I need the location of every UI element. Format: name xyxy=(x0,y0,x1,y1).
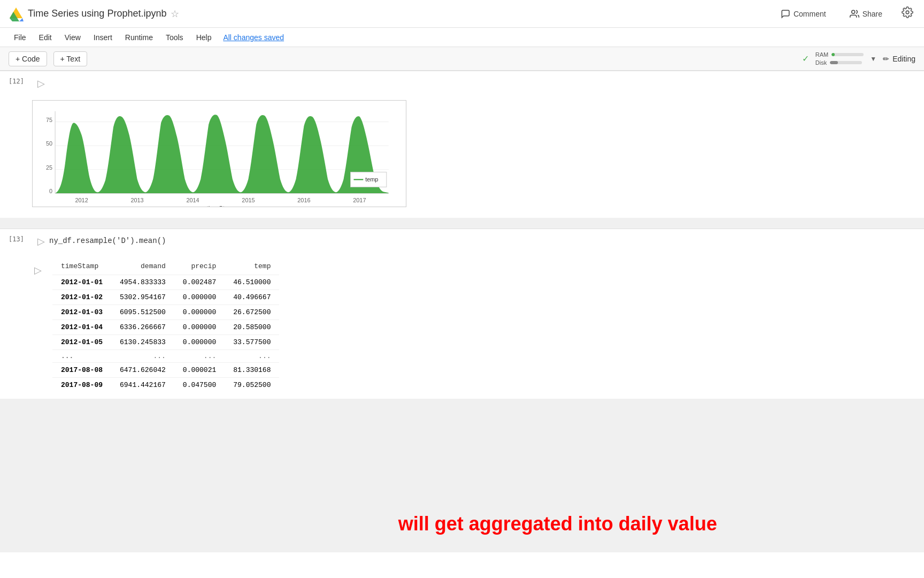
table-row: 2012-01-046336.2666670.00000020.585000 xyxy=(52,320,279,335)
menu-help[interactable]: Help xyxy=(191,31,217,44)
svg-text:2012: 2012 xyxy=(75,197,88,203)
row-cell: 6130.245833 xyxy=(111,335,174,350)
svg-text:0: 0 xyxy=(49,188,52,194)
star-icon[interactable]: ☆ xyxy=(171,8,179,20)
row-index: 2012-01-01 xyxy=(52,275,111,290)
settings-icon xyxy=(902,6,913,18)
top-bar: Time Series using Prophet.ipynb ☆ Commen… xyxy=(0,0,924,28)
menu-view[interactable]: View xyxy=(59,31,86,44)
add-code-label: + Code xyxy=(16,55,40,63)
notebook-content: [12] ▷ 0 25 50 75 2012 2013 xyxy=(0,71,924,552)
save-status: All changes saved xyxy=(223,33,284,42)
table-row: 2017-08-096941.4421670.04750079.052500 xyxy=(52,378,279,393)
row-cell: 4954.833333 xyxy=(111,275,174,290)
comment-button[interactable]: Comment xyxy=(774,6,833,22)
cell-run-button-13[interactable]: ▷ xyxy=(35,233,47,249)
cell-number-12: [12] xyxy=(9,75,35,85)
settings-button[interactable] xyxy=(899,4,915,23)
code-cell-13: [13] ▷ ny_df.resample('D').mean() xyxy=(0,229,924,254)
share-label: Share xyxy=(863,10,882,18)
menu-file[interactable]: File xyxy=(9,31,32,44)
add-code-button[interactable]: + Code xyxy=(9,51,47,66)
svg-text:50: 50 xyxy=(46,140,52,147)
row-cell: 6095.512500 xyxy=(111,305,174,320)
row-cell: 0.000000 xyxy=(174,335,225,350)
add-text-button[interactable]: + Text xyxy=(53,51,88,66)
row-cell: 26.672500 xyxy=(225,305,279,320)
cell-gap-1 xyxy=(0,218,924,229)
index-header: timeStamp xyxy=(52,260,111,275)
svg-text:2015: 2015 xyxy=(242,197,255,203)
menu-bar: File Edit View Insert Runtime Tools Help… xyxy=(0,28,924,47)
top-actions: Comment Share xyxy=(774,4,915,23)
cell-number-13: [13] xyxy=(9,233,35,243)
row-index: 2012-01-05 xyxy=(52,335,111,350)
row-cell: 0.000000 xyxy=(174,290,225,305)
ram-row: RAM xyxy=(815,51,864,58)
row-cell: ... xyxy=(225,350,279,363)
cell-run-button-12[interactable]: ▷ xyxy=(35,75,47,92)
row-cell: 6336.266667 xyxy=(111,320,174,335)
ram-bar xyxy=(831,53,864,56)
drive-icon xyxy=(9,6,24,21)
row-cell: 6471.626042 xyxy=(111,363,174,378)
svg-point-4 xyxy=(906,11,909,14)
col-header-demand: demand xyxy=(111,260,174,275)
menu-runtime[interactable]: Runtime xyxy=(120,31,158,44)
menu-insert[interactable]: Insert xyxy=(88,31,118,44)
editing-area: ✏ Editing xyxy=(883,55,915,63)
row-index: ... xyxy=(52,350,111,363)
disk-bar xyxy=(830,61,862,64)
row-index: 2012-01-04 xyxy=(52,320,111,335)
row-cell: 20.585000 xyxy=(225,320,279,335)
row-cell: 0.000021 xyxy=(174,363,225,378)
code-cell-content-13[interactable]: ny_df.resample('D').mean() xyxy=(49,233,915,248)
row-cell: 0.000000 xyxy=(174,305,225,320)
add-text-label: + Text xyxy=(60,55,81,63)
menu-edit[interactable]: Edit xyxy=(34,31,57,44)
svg-text:75: 75 xyxy=(46,117,52,123)
table-row: 2012-01-014954.8333330.00248746.510000 xyxy=(52,275,279,290)
svg-marker-2 xyxy=(19,18,24,21)
table-row: 2012-01-036095.5125000.00000026.672500 xyxy=(52,305,279,320)
share-icon xyxy=(850,9,859,19)
editing-label-text: Editing xyxy=(892,55,915,63)
col-header-precip: precip xyxy=(174,260,225,275)
svg-text:2013: 2013 xyxy=(130,197,143,203)
ram-label: RAM xyxy=(815,51,828,58)
row-cell: 33.577500 xyxy=(225,335,279,350)
svg-point-3 xyxy=(851,10,854,13)
svg-text:2017: 2017 xyxy=(353,197,366,203)
row-cell: 0.000000 xyxy=(174,320,225,335)
dropdown-arrow-icon[interactable]: ▼ xyxy=(870,55,876,63)
row-index: 2017-08-09 xyxy=(52,378,111,393)
table-body: 2012-01-014954.8333330.00248746.51000020… xyxy=(52,275,279,393)
row-index: 2012-01-03 xyxy=(52,305,111,320)
share-button[interactable]: Share xyxy=(843,6,889,22)
checkmark-icon: ✓ xyxy=(802,54,809,64)
col-header-temp: temp xyxy=(225,260,279,275)
code-cell-13-inner: [13] ▷ ny_df.resample('D').mean() xyxy=(0,229,924,254)
svg-text:timeStamp: timeStamp xyxy=(207,205,237,207)
table-row: 2012-01-056130.2458330.00000033.577500 xyxy=(52,335,279,350)
output-inner: ▷ timeStamp demand precip temp 2012-01-0… xyxy=(32,260,915,392)
chart-cell: [12] ▷ 0 25 50 75 2012 2013 xyxy=(0,71,924,218)
row-cell: 81.330168 xyxy=(225,363,279,378)
svg-text:25: 25 xyxy=(46,164,52,171)
pencil-icon: ✏ xyxy=(883,55,889,63)
toolbar-right: ✓ RAM Disk ▼ ✏ Editing xyxy=(802,51,915,66)
svg-text:2016: 2016 xyxy=(297,197,310,203)
table-row: 2012-01-025302.9541670.00000040.496667 xyxy=(52,290,279,305)
ram-bar-fill xyxy=(831,53,835,56)
row-index: 2012-01-02 xyxy=(52,290,111,305)
row-cell: ... xyxy=(111,350,174,363)
table-row: 2017-08-086471.6260420.00002181.330168 xyxy=(52,363,279,378)
chart-cell-inner: [12] ▷ xyxy=(0,71,924,96)
toolbar-left: + Code + Text xyxy=(9,51,87,66)
dataframe-table: timeStamp demand precip temp 2012-01-014… xyxy=(52,260,279,392)
output-run-icon[interactable]: ▷ xyxy=(32,262,44,278)
menu-tools[interactable]: Tools xyxy=(160,31,189,44)
disk-bar-fill xyxy=(830,61,838,64)
row-index: 2017-08-08 xyxy=(52,363,111,378)
code-text-13: ny_df.resample('D').mean() xyxy=(49,237,166,245)
